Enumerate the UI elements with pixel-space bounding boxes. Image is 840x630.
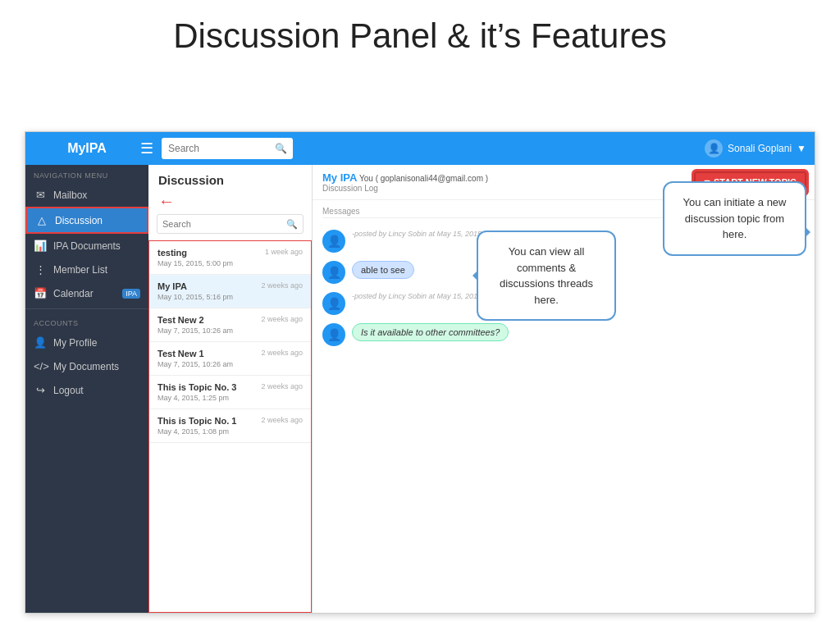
message-avatar: 👤 — [322, 230, 345, 253]
message-bubble-is-available: Is it available to other committees? — [352, 323, 509, 341]
sidebar-item-calendar[interactable]: 📅 Calendar IPA — [25, 281, 148, 305]
list-item-ago: 2 weeks ago — [261, 281, 303, 290]
discussion-search-input[interactable] — [162, 219, 286, 229]
list-item-date: May 10, 2015, 5:16 pm — [158, 293, 303, 301]
discussion-search-icon: 🔍 — [286, 219, 298, 230]
sidebar-item-discussion-label: Discussion — [55, 215, 103, 226]
top-bar: MyIPA ☰ 🔍 👤 Sonali Goplani ▼ — [25, 132, 815, 165]
sidebar-item-member-list[interactable]: ⋮ Member List — [25, 258, 148, 281]
discussion-list-pane: Discussion ← 🔍 1 week ago testing May 15… — [148, 165, 313, 613]
list-item-ago: 2 weeks ago — [261, 349, 303, 357]
user-dropdown-icon[interactable]: ▼ — [797, 143, 806, 154]
hamburger-icon[interactable]: ☰ — [140, 139, 153, 158]
nav-section-label: Navigation Menu — [25, 165, 148, 183]
sidebar-item-my-documents[interactable]: </> My Documents — [25, 354, 148, 378]
list-item[interactable]: 2 weeks ago This is Topic No. 1 May 4, 2… — [149, 409, 311, 443]
calendar-badge: IPA — [122, 289, 140, 299]
message-row: 👤 -posted by Lincy Sobin at May 15, 2015… — [322, 292, 805, 315]
search-icon: 🔍 — [275, 143, 287, 154]
posted-label: -posted by Lincy Sobin at May 15, 2015, … — [352, 230, 805, 238]
posted-label: -posted by Lincy Sobin at May 15, 2015, … — [352, 292, 805, 300]
right-panel: Discussion ← 🔍 1 week ago testing May 15… — [148, 165, 815, 613]
message-row: 👤 -posted by Lincy Sobin at May 15, 2015… — [322, 230, 805, 253]
message-avatar: 👤 — [322, 292, 345, 315]
messages-label: Messages — [322, 207, 760, 218]
message-ago: 1 week ago — [767, 207, 805, 215]
sidebar-item-member-list-label: Member List — [53, 264, 107, 276]
sidebar-item-mailbox-label: Mailbox — [53, 189, 87, 201]
slide-title: Discussion Panel & it’s Features — [0, 0, 840, 64]
my-profile-icon: 👤 — [34, 336, 47, 349]
list-item[interactable]: 2 weeks ago My IPA May 10, 2015, 5:16 pm — [149, 275, 311, 308]
discussion-search-box[interactable]: 🔍 — [157, 214, 304, 234]
message-bubble-able-to-see: able to see — [352, 261, 414, 279]
start-new-topic-button[interactable]: ✏ START NEW TOPIC — [694, 171, 806, 194]
main-content: Navigation Menu ✉ Mailbox △ Discussion 📊… — [25, 165, 815, 613]
sidebar-divider — [25, 308, 148, 309]
logout-icon: ↪ — [34, 384, 47, 396]
message-avatar: 👤 — [322, 261, 345, 284]
search-box[interactable]: 🔍 — [162, 138, 293, 159]
discussion-thread-pane: ✏ START NEW TOPIC My IPA You ( goplaniso… — [313, 165, 815, 613]
username-label: Sonali Goplani — [728, 143, 792, 154]
mailbox-icon: ✉ — [34, 189, 47, 201]
list-item-date: May 4, 2015, 1:08 pm — [158, 427, 303, 436]
list-item-date: May 4, 2015, 1:25 pm — [158, 394, 303, 402]
ipa-documents-icon: 📊 — [34, 240, 47, 252]
list-item[interactable]: 1 week ago testing May 15, 2015, 5:00 pm — [149, 241, 311, 275]
member-list-icon: ⋮ — [34, 263, 47, 276]
sidebar-item-logout-label: Logout — [53, 385, 84, 396]
list-item[interactable]: 2 weeks ago Test New 1 May 7, 2015, 10:2… — [149, 342, 311, 376]
sidebar-item-discussion[interactable]: △ Discussion — [25, 207, 148, 234]
accounts-section-label: Accounts — [25, 313, 148, 331]
sidebar-item-calendar-label: Calendar — [53, 288, 94, 299]
message-avatar: 👤 — [322, 323, 345, 346]
sidebar: Navigation Menu ✉ Mailbox △ Discussion 📊… — [25, 165, 148, 613]
app-container: MyIPA ☰ 🔍 👤 Sonali Goplani ▼ Navigation … — [25, 131, 815, 614]
sidebar-item-my-profile[interactable]: 👤 My Profile — [25, 331, 148, 354]
list-item-ago: 2 weeks ago — [261, 315, 303, 323]
thread-title-suffix: You ( goplanisonali44@gmail.com ) — [357, 174, 488, 183]
list-item-ago: 2 weeks ago — [261, 416, 303, 424]
sidebar-item-my-documents-label: My Documents — [53, 361, 119, 372]
message-row: Messages 1 week ago — [322, 207, 805, 221]
my-documents-icon: </> — [34, 360, 47, 372]
list-item[interactable]: 2 weeks ago Test New 2 May 7, 2015, 10:2… — [149, 308, 311, 342]
thread-messages: Messages 1 week ago 👤 -posted by Lincy S… — [313, 200, 815, 613]
list-item-date: May 7, 2015, 10:26 am — [158, 360, 303, 368]
discussion-arrow-icon: ← — [148, 192, 312, 211]
user-info: 👤 Sonali Goplani ▼ — [705, 139, 806, 158]
thread-title-text: My IPA — [322, 171, 357, 184]
list-item-ago: 2 weeks ago — [261, 382, 303, 390]
search-input[interactable] — [168, 143, 275, 154]
message-row: 👤 Is it available to other committees? — [322, 323, 805, 346]
sidebar-item-my-profile-label: My Profile — [53, 337, 97, 349]
sidebar-item-mailbox[interactable]: ✉ Mailbox — [25, 183, 148, 207]
user-avatar-icon: 👤 — [705, 139, 723, 158]
list-item-date: May 15, 2015, 5:00 pm — [158, 259, 303, 267]
message-row: 👤 able to see — [322, 261, 805, 284]
discussion-area: Discussion ← 🔍 1 week ago testing May 15… — [148, 165, 815, 613]
discussion-icon: △ — [35, 214, 48, 226]
brand-logo: MyIPA — [34, 141, 140, 156]
calendar-icon: 📅 — [34, 287, 47, 299]
list-item-ago: 1 week ago — [265, 248, 303, 256]
list-item-date: May 7, 2015, 10:26 am — [158, 326, 303, 335]
sidebar-item-ipa-documents-label: IPA Documents — [53, 240, 121, 252]
list-item[interactable]: 2 weeks ago This is Topic No. 3 May 4, 2… — [149, 376, 311, 409]
discussion-pane-header: Discussion — [148, 165, 312, 192]
discussion-list: 1 week ago testing May 15, 2015, 5:00 pm… — [148, 240, 312, 613]
sidebar-item-logout[interactable]: ↪ Logout — [25, 378, 148, 402]
sidebar-item-ipa-documents[interactable]: 📊 IPA Documents — [25, 234, 148, 258]
